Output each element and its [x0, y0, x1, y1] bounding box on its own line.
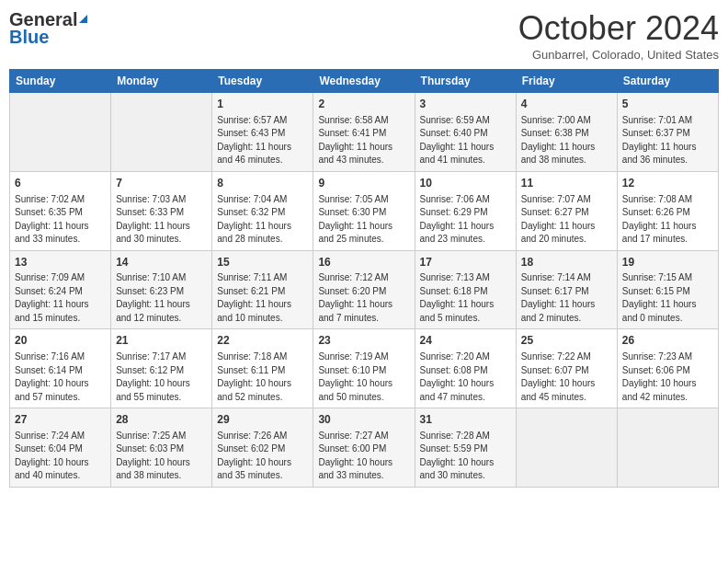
calendar-cell: 26Sunrise: 7:23 AM Sunset: 6:06 PM Dayli… — [617, 329, 718, 408]
calendar-cell: 4Sunrise: 7:00 AM Sunset: 6:38 PM Daylig… — [516, 93, 617, 172]
calendar-cell: 14Sunrise: 7:10 AM Sunset: 6:23 PM Dayli… — [111, 250, 212, 329]
day-number: 16 — [318, 255, 409, 270]
day-content: Sunrise: 7:26 AM Sunset: 6:02 PM Dayligh… — [217, 430, 308, 483]
day-content: Sunrise: 7:23 AM Sunset: 6:06 PM Dayligh… — [622, 350, 713, 404]
day-content: Sunrise: 7:22 AM Sunset: 6:07 PM Dayligh… — [521, 350, 612, 404]
header-day-monday: Monday — [111, 70, 212, 93]
day-number: 25 — [521, 333, 612, 349]
day-content: Sunrise: 7:28 AM Sunset: 5:59 PM Dayligh… — [420, 430, 511, 483]
calendar-cell — [10, 93, 111, 172]
day-content: Sunrise: 7:06 AM Sunset: 6:29 PM Dayligh… — [420, 193, 511, 247]
calendar-week-2: 6Sunrise: 7:02 AM Sunset: 6:35 PM Daylig… — [10, 171, 719, 250]
day-content: Sunrise: 7:09 AM Sunset: 6:24 PM Dayligh… — [15, 271, 106, 325]
calendar-cell: 11Sunrise: 7:07 AM Sunset: 6:27 PM Dayli… — [516, 171, 617, 250]
day-content: Sunrise: 7:08 AM Sunset: 6:26 PM Dayligh… — [622, 193, 713, 247]
calendar-cell: 3Sunrise: 6:59 AM Sunset: 6:40 PM Daylig… — [415, 93, 516, 172]
calendar-week-3: 13Sunrise: 7:09 AM Sunset: 6:24 PM Dayli… — [10, 250, 719, 329]
day-number: 30 — [318, 412, 409, 428]
day-number: 19 — [622, 255, 713, 270]
calendar-cell — [516, 408, 617, 488]
day-content: Sunrise: 7:10 AM Sunset: 6:23 PM Dayligh… — [116, 271, 207, 325]
logo-arrow-icon — [79, 15, 87, 23]
day-content: Sunrise: 7:15 AM Sunset: 6:15 PM Dayligh… — [622, 271, 713, 325]
header-day-wednesday: Wednesday — [313, 70, 415, 93]
calendar-cell: 22Sunrise: 7:18 AM Sunset: 6:11 PM Dayli… — [212, 329, 313, 408]
day-number: 12 — [622, 176, 713, 191]
day-content: Sunrise: 7:12 AM Sunset: 6:20 PM Dayligh… — [318, 271, 409, 325]
day-number: 21 — [116, 333, 207, 349]
calendar-cell: 20Sunrise: 7:16 AM Sunset: 6:14 PM Dayli… — [10, 329, 111, 408]
calendar-cell: 21Sunrise: 7:17 AM Sunset: 6:12 PM Dayli… — [111, 329, 212, 408]
calendar-cell: 29Sunrise: 7:26 AM Sunset: 6:02 PM Dayli… — [212, 408, 313, 488]
page-header: General Blue October 2024 Gunbarrel, Col… — [9, 9, 719, 62]
calendar-cell: 18Sunrise: 7:14 AM Sunset: 6:17 PM Dayli… — [516, 250, 617, 329]
location-text: Gunbarrel, Colorado, United States — [518, 48, 719, 62]
day-content: Sunrise: 7:14 AM Sunset: 6:17 PM Dayligh… — [521, 271, 612, 325]
day-content: Sunrise: 7:25 AM Sunset: 6:03 PM Dayligh… — [116, 430, 207, 483]
day-content: Sunrise: 7:05 AM Sunset: 6:30 PM Dayligh… — [318, 193, 409, 247]
day-content: Sunrise: 7:19 AM Sunset: 6:10 PM Dayligh… — [318, 350, 409, 404]
calendar-week-5: 27Sunrise: 7:24 AM Sunset: 6:04 PM Dayli… — [10, 408, 719, 488]
calendar-cell: 17Sunrise: 7:13 AM Sunset: 6:18 PM Dayli… — [415, 250, 516, 329]
day-number: 29 — [217, 412, 308, 428]
day-number: 6 — [15, 176, 106, 191]
day-number: 17 — [420, 255, 511, 270]
calendar-table: SundayMondayTuesdayWednesdayThursdayFrid… — [9, 69, 719, 488]
day-content: Sunrise: 7:01 AM Sunset: 6:37 PM Dayligh… — [622, 114, 713, 167]
day-number: 27 — [15, 412, 106, 428]
header-day-saturday: Saturday — [617, 70, 718, 93]
calendar-cell: 19Sunrise: 7:15 AM Sunset: 6:15 PM Dayli… — [617, 250, 718, 329]
day-number: 4 — [521, 97, 612, 112]
calendar-body: 1Sunrise: 6:57 AM Sunset: 6:43 PM Daylig… — [10, 93, 719, 488]
day-content: Sunrise: 7:20 AM Sunset: 6:08 PM Dayligh… — [420, 350, 511, 404]
day-content: Sunrise: 7:02 AM Sunset: 6:35 PM Dayligh… — [15, 193, 106, 247]
day-number: 26 — [622, 333, 713, 349]
day-content: Sunrise: 7:03 AM Sunset: 6:33 PM Dayligh… — [116, 193, 207, 247]
day-number: 7 — [116, 176, 207, 191]
day-content: Sunrise: 7:11 AM Sunset: 6:21 PM Dayligh… — [217, 271, 308, 325]
calendar-cell: 1Sunrise: 6:57 AM Sunset: 6:43 PM Daylig… — [212, 93, 313, 172]
day-number: 15 — [217, 255, 308, 270]
day-number: 20 — [15, 333, 106, 349]
day-content: Sunrise: 7:04 AM Sunset: 6:32 PM Dayligh… — [217, 193, 308, 247]
day-content: Sunrise: 7:18 AM Sunset: 6:11 PM Dayligh… — [217, 350, 308, 404]
day-number: 24 — [420, 333, 511, 349]
day-number: 18 — [521, 255, 612, 270]
header-day-thursday: Thursday — [415, 70, 516, 93]
day-number: 28 — [116, 412, 207, 428]
day-number: 2 — [318, 97, 409, 112]
day-number: 13 — [15, 255, 106, 270]
header-day-friday: Friday — [516, 70, 617, 93]
day-content: Sunrise: 7:00 AM Sunset: 6:38 PM Dayligh… — [521, 114, 612, 167]
logo: General Blue — [9, 9, 87, 48]
calendar-week-4: 20Sunrise: 7:16 AM Sunset: 6:14 PM Dayli… — [10, 329, 719, 408]
day-number: 14 — [116, 255, 207, 270]
calendar-cell: 9Sunrise: 7:05 AM Sunset: 6:30 PM Daylig… — [313, 171, 415, 250]
calendar-cell: 2Sunrise: 6:58 AM Sunset: 6:41 PM Daylig… — [313, 93, 415, 172]
calendar-cell: 28Sunrise: 7:25 AM Sunset: 6:03 PM Dayli… — [111, 408, 212, 488]
calendar-cell: 7Sunrise: 7:03 AM Sunset: 6:33 PM Daylig… — [111, 171, 212, 250]
calendar-header-row: SundayMondayTuesdayWednesdayThursdayFrid… — [10, 70, 719, 93]
header-day-tuesday: Tuesday — [212, 70, 313, 93]
calendar-week-1: 1Sunrise: 6:57 AM Sunset: 6:43 PM Daylig… — [10, 93, 719, 172]
day-number: 3 — [420, 97, 511, 112]
calendar-cell: 23Sunrise: 7:19 AM Sunset: 6:10 PM Dayli… — [313, 329, 415, 408]
header-day-sunday: Sunday — [10, 70, 111, 93]
logo-blue-text: Blue — [9, 27, 49, 48]
day-number: 5 — [622, 97, 713, 112]
calendar-cell — [111, 93, 212, 172]
day-content: Sunrise: 6:57 AM Sunset: 6:43 PM Dayligh… — [217, 114, 308, 167]
calendar-cell: 30Sunrise: 7:27 AM Sunset: 6:00 PM Dayli… — [313, 408, 415, 488]
calendar-cell: 13Sunrise: 7:09 AM Sunset: 6:24 PM Dayli… — [10, 250, 111, 329]
day-content: Sunrise: 6:59 AM Sunset: 6:40 PM Dayligh… — [420, 114, 511, 167]
day-number: 31 — [420, 412, 511, 428]
day-number: 1 — [217, 97, 308, 112]
calendar-cell: 16Sunrise: 7:12 AM Sunset: 6:20 PM Dayli… — [313, 250, 415, 329]
calendar-cell: 31Sunrise: 7:28 AM Sunset: 5:59 PM Dayli… — [415, 408, 516, 488]
calendar-cell: 12Sunrise: 7:08 AM Sunset: 6:26 PM Dayli… — [617, 171, 718, 250]
day-number: 11 — [521, 176, 612, 191]
day-number: 22 — [217, 333, 308, 349]
day-content: Sunrise: 7:16 AM Sunset: 6:14 PM Dayligh… — [15, 350, 106, 404]
day-content: Sunrise: 7:17 AM Sunset: 6:12 PM Dayligh… — [116, 350, 207, 404]
calendar-cell: 27Sunrise: 7:24 AM Sunset: 6:04 PM Dayli… — [10, 408, 111, 488]
